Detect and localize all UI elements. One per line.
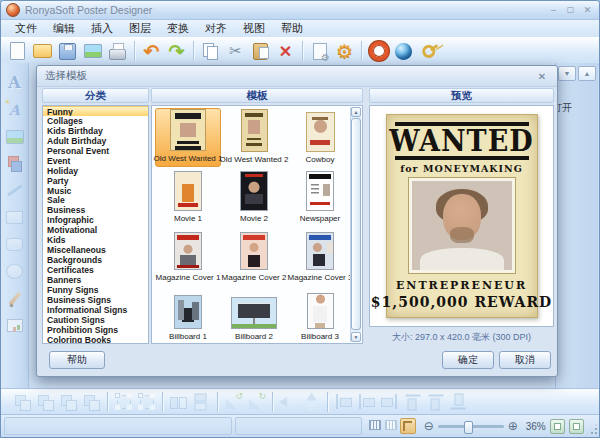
template-item[interactable]: Movie 2 [221, 167, 287, 226]
category-item[interactable]: Prohibition Signs [43, 325, 148, 335]
template-item[interactable]: Billboard 1 [155, 285, 221, 344]
rounded-rectangle-icon[interactable] [3, 231, 27, 258]
distribute-vertical-icon[interactable] [192, 391, 212, 414]
align-middle-icon[interactable] [426, 391, 446, 414]
menu-item[interactable]: 视图 [235, 21, 273, 36]
category-item[interactable]: Motivational [43, 225, 148, 235]
flip-vertical-icon[interactable] [302, 391, 322, 414]
help-icon[interactable] [366, 39, 391, 63]
template-item[interactable]: Billboard 2 [221, 285, 287, 344]
close-window-icon[interactable] [581, 5, 594, 16]
template-item[interactable]: Cowboy [287, 108, 353, 167]
rotate-left-icon[interactable] [222, 392, 245, 412]
category-item[interactable]: Kids Birthday [43, 126, 148, 136]
menu-item[interactable]: 插入 [83, 21, 121, 36]
wordart-icon[interactable] [3, 96, 27, 123]
align-top-icon[interactable] [403, 391, 423, 414]
export-image-icon[interactable] [80, 39, 105, 63]
zoom-out-icon[interactable]: ⊖ [424, 420, 434, 432]
maximize-icon[interactable] [564, 5, 577, 16]
category-item[interactable]: Miscellaneous [43, 245, 148, 255]
category-item[interactable]: Collages [43, 116, 148, 126]
dialog-close-icon[interactable]: ✕ [535, 71, 549, 82]
template-scrollbar[interactable]: ▲ ▼ [350, 107, 361, 342]
ok-button[interactable]: 确定 [442, 351, 494, 369]
rotate-right-icon[interactable] [245, 392, 268, 412]
paste-icon[interactable] [248, 39, 273, 63]
send-to-back-icon[interactable] [34, 392, 57, 412]
zoom-in-icon[interactable]: ⊕ [508, 420, 518, 432]
menu-item[interactable]: 帮助 [273, 21, 311, 36]
ellipse-icon[interactable] [3, 258, 27, 285]
scrollbar-thumb[interactable] [351, 118, 361, 330]
group-icon[interactable] [112, 392, 135, 412]
category-item[interactable]: Funny Signs [43, 285, 148, 295]
image-icon[interactable] [3, 123, 27, 150]
grid-icon[interactable] [368, 418, 382, 432]
line-icon[interactable] [3, 177, 27, 204]
category-item[interactable]: Business Signs [43, 295, 148, 305]
align-left-icon[interactable] [332, 392, 355, 412]
template-item[interactable]: Magazine Cover 3 [287, 226, 353, 285]
category-item[interactable]: Informational Signs [43, 305, 148, 315]
text-icon[interactable] [3, 69, 27, 96]
category-item[interactable]: Caution Signs [43, 315, 148, 325]
category-item[interactable]: Backgrounds [43, 255, 148, 265]
category-item[interactable]: Music [43, 186, 148, 196]
print-icon[interactable] [105, 39, 130, 63]
new-document-icon[interactable] [5, 39, 30, 63]
chevron-down-icon[interactable]: ▼ [558, 66, 576, 81]
fit-page-icon[interactable] [550, 419, 565, 434]
category-item[interactable]: Kids [43, 235, 148, 245]
bring-forward-icon[interactable] [57, 392, 80, 412]
symbols-icon[interactable] [3, 312, 27, 339]
align-center-icon[interactable] [355, 392, 378, 412]
scroll-up-icon[interactable]: ▲ [351, 107, 361, 117]
align-bottom-icon[interactable] [449, 391, 469, 414]
template-item[interactable]: Magazine Cover 1 [155, 226, 221, 285]
ungroup-icon[interactable] [135, 392, 158, 412]
category-item[interactable]: Funny [43, 106, 148, 116]
scroll-down-icon[interactable]: ▼ [351, 332, 361, 342]
pencil-icon[interactable] [3, 285, 27, 312]
category-item[interactable]: Event [43, 156, 148, 166]
chevron-up-icon[interactable]: ▲ [578, 66, 596, 81]
zoom-slider[interactable] [438, 425, 504, 428]
send-backward-icon[interactable] [80, 392, 103, 412]
zoom-slider-thumb[interactable] [464, 421, 473, 434]
template-item[interactable]: Movie 1 [155, 167, 221, 226]
menu-item[interactable]: 图层 [121, 21, 159, 36]
menu-item[interactable]: 变换 [159, 21, 197, 36]
category-item[interactable]: Holiday [43, 166, 148, 176]
clipart-icon[interactable] [3, 150, 27, 177]
open-folder-icon[interactable] [30, 39, 55, 63]
fit-width-icon[interactable] [569, 419, 584, 434]
cancel-button[interactable]: 取消 [499, 351, 551, 369]
minimize-icon[interactable] [547, 5, 560, 16]
dots-grid-icon[interactable] [384, 418, 398, 432]
resize-grip[interactable] [588, 424, 597, 434]
category-item[interactable]: Infographic [43, 215, 148, 225]
template-item[interactable]: Newspaper [287, 167, 353, 226]
template-item[interactable]: Old West Wanted 1 [155, 108, 221, 167]
category-item[interactable]: Certificates [43, 265, 148, 275]
cut-icon[interactable] [223, 39, 248, 63]
redo-icon[interactable] [164, 39, 189, 63]
category-item[interactable]: Banners [43, 275, 148, 285]
template-item[interactable]: Magazine Cover 2 [221, 226, 287, 285]
align-right-icon[interactable] [378, 392, 401, 412]
template-item[interactable]: Billboard 3 [287, 285, 353, 344]
menu-item[interactable]: 编辑 [45, 21, 83, 36]
category-item[interactable]: Party [43, 176, 148, 186]
copy-icon[interactable] [198, 39, 223, 63]
category-item[interactable]: Adult Birthday [43, 136, 148, 146]
category-item[interactable]: Business [43, 205, 148, 215]
save-icon[interactable] [55, 39, 80, 63]
options-icon[interactable] [332, 39, 357, 63]
menu-item[interactable]: 对齐 [197, 21, 235, 36]
category-item[interactable]: Sale [43, 195, 148, 205]
undo-icon[interactable] [139, 39, 164, 63]
template-item[interactable]: Old West Wanted 2 [221, 108, 287, 167]
help-button[interactable]: 帮助 [49, 351, 105, 369]
rectangle-icon[interactable] [3, 204, 27, 231]
